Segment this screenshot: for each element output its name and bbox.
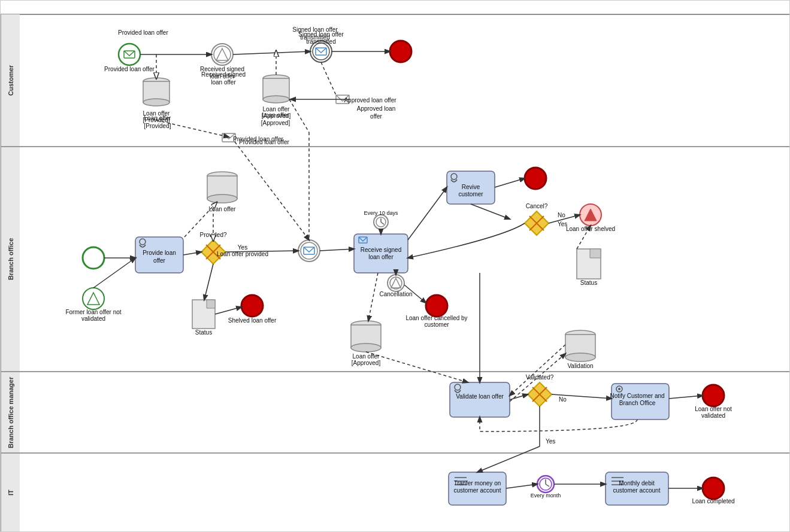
swimlane-manager-label: Branch office manager [1,372,20,452]
label-signed-transmitted: Signed loan offer transmitted [291,26,339,41]
label-approved-loan-offer: Approved loan offer [352,105,400,120]
swimlane-it-label: IT [1,454,20,532]
label-provided-loan-offer-msg: Provided loan offer [237,138,291,146]
label-received-signed-loan-offer: Received signed loan offer [199,71,247,86]
swimlane-branch: Branch office [1,147,789,372]
label-provided-loan-offer: Provided loan offer [118,29,168,37]
swimlane-branch-label: Branch office [1,147,20,371]
swimlane-customer-label: Customer [1,14,20,146]
swimlane-it: IT [1,453,789,532]
label-loan-offer-approved: Loan offer [Approved] [252,111,299,127]
diagram-container: Customer Branch office Branch office man… [0,0,790,532]
swimlane-manager: Branch office manager [1,372,789,453]
label-loan-offer-provided: Loan offer [Provided] [134,114,181,130]
